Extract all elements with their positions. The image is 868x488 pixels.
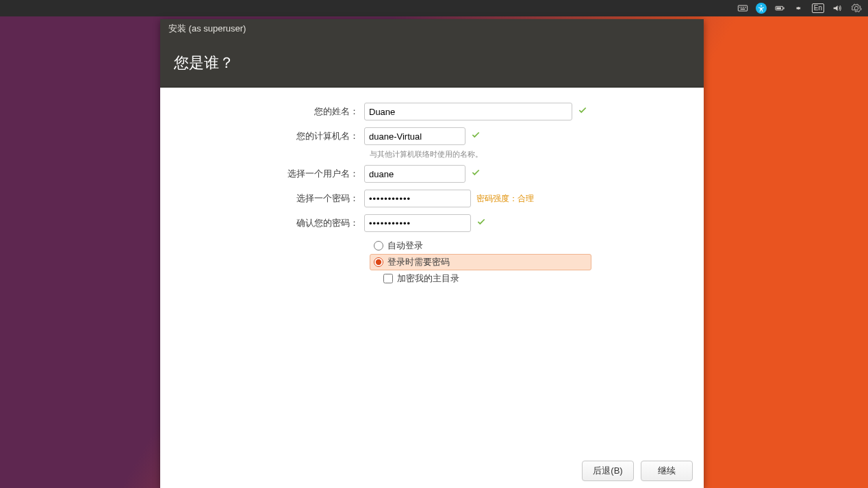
check-icon — [471, 130, 481, 142]
password-input[interactable] — [364, 190, 471, 207]
radio-auto-login[interactable]: 自动登录 — [370, 237, 687, 254]
radio-require-password-label: 登录时需要密码 — [387, 256, 450, 268]
radio-require-password[interactable]: 登录时需要密码 — [370, 254, 591, 270]
svg-rect-0 — [738, 5, 747, 11]
password-label: 选择一个密码： — [177, 192, 364, 205]
top-menubar: En — [0, 0, 868, 16]
check-icon — [471, 168, 481, 180]
host-label: 您的计算机名： — [177, 130, 364, 142]
svg-rect-1 — [739, 7, 740, 8]
svg-rect-4 — [745, 7, 745, 8]
name-label: 您的姓名： — [177, 105, 364, 118]
network-icon[interactable] — [793, 2, 805, 14]
confirm-password-input[interactable] — [364, 214, 471, 232]
check-icon — [476, 217, 486, 229]
name-input[interactable] — [364, 103, 572, 120]
radio-auto-login-input[interactable] — [374, 241, 383, 251]
host-hint: 与其他计算机联络时使用的名称。 — [370, 149, 687, 159]
form-content: 您的姓名： 您的计算机名： 与其他计算机联络时使用的名称。 选择一个用户名： 选… — [160, 88, 704, 454]
sound-icon[interactable] — [831, 2, 843, 14]
user-label: 选择一个用户名： — [177, 168, 364, 180]
heading-text: 您是谁？ — [174, 53, 234, 73]
svg-rect-5 — [740, 9, 745, 10]
gear-icon[interactable] — [850, 2, 863, 14]
checkbox-encrypt-home[interactable]: 加密我的主目录 — [370, 270, 687, 287]
keyboard-icon[interactable] — [737, 2, 749, 14]
confirm-label: 确认您的密码： — [177, 217, 364, 229]
radio-auto-login-label: 自动登录 — [387, 240, 423, 252]
input-method-indicator[interactable]: En — [812, 3, 824, 13]
radio-require-password-input[interactable] — [374, 257, 383, 267]
accessibility-icon[interactable] — [756, 3, 767, 14]
password-strength: 密码强度：合理 — [476, 193, 534, 205]
svg-rect-8 — [783, 8, 784, 10]
hostname-input[interactable] — [364, 127, 465, 145]
back-button[interactable]: 后退(B) — [582, 461, 634, 481]
battery-icon[interactable] — [774, 2, 786, 14]
svg-point-6 — [761, 5, 762, 7]
installer-dialog: 安装 (as superuser) 您是谁？ 您的姓名： 您的计算机名： 与其他… — [160, 19, 704, 488]
window-titlebar: 安装 (as superuser) — [160, 19, 704, 38]
dialog-footer: 后退(B) 继续 — [160, 454, 704, 488]
username-input[interactable] — [364, 165, 465, 183]
window-title: 安装 (as superuser) — [168, 23, 246, 35]
check-icon — [578, 105, 587, 118]
checkbox-encrypt-home-input[interactable] — [383, 274, 393, 283]
continue-button[interactable]: 继续 — [641, 461, 693, 481]
svg-rect-3 — [743, 7, 743, 8]
svg-rect-9 — [776, 8, 781, 10]
checkbox-encrypt-home-label: 加密我的主目录 — [397, 272, 459, 285]
svg-rect-2 — [741, 7, 742, 8]
page-heading: 您是谁？ — [160, 38, 704, 88]
